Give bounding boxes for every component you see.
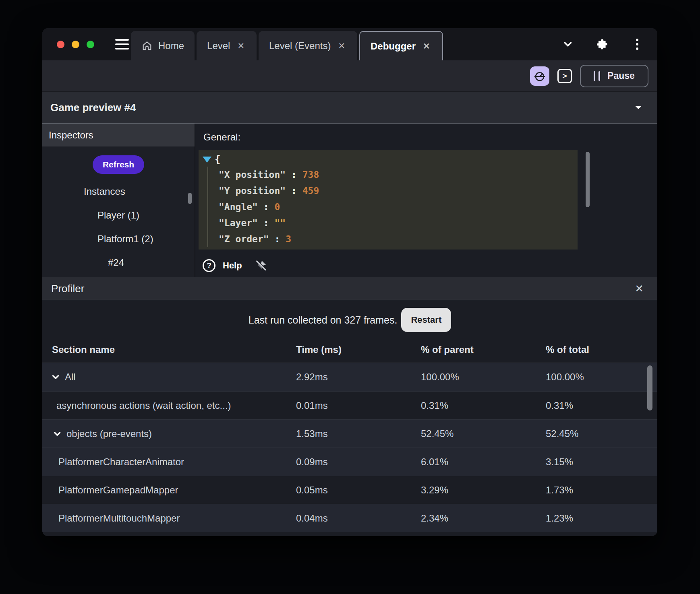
tab-home[interactable]: Home <box>131 31 195 60</box>
inspector-item-24[interactable]: #24 <box>42 251 195 274</box>
console-button[interactable]: > <box>557 69 572 83</box>
inspector-item-player-1[interactable]: Player (1) <box>42 203 195 227</box>
section-name-label: PlatformerMultitouchMapper <box>58 513 180 524</box>
json-open-brace: { <box>215 154 220 165</box>
minimize-window-button[interactable] <box>72 41 79 48</box>
profiler-panel-header: Profiler ✕ <box>42 277 657 300</box>
section-name-cell: PlatformerCharacterAnimator <box>42 456 296 468</box>
percent-of-total-cell: 100.00% <box>546 371 657 383</box>
game-preview-title: Game preview #4 <box>50 101 136 114</box>
pause-icon <box>594 71 600 81</box>
section-name-cell: objects (pre-events) <box>42 428 296 439</box>
debugger-main-area: Inspectors Refresh InstancesPlayer (1)Pl… <box>42 124 657 277</box>
inspectors-list-container: Refresh InstancesPlayer (1)Platform1 (2)… <box>42 146 195 277</box>
table-row-all[interactable]: All2.92ms100.00%100.00% <box>42 363 657 391</box>
json-entry-z-order: "Z order" : 3 <box>219 231 578 247</box>
time-cell: 0.05ms <box>296 485 421 496</box>
chevron-down-icon[interactable] <box>50 372 61 382</box>
profiler-table-header: Section nameTime (ms)% of parent% of tot… <box>42 336 657 363</box>
json-key: "X position" <box>219 169 286 180</box>
inspectors-scrollbar[interactable] <box>188 193 192 204</box>
section-name-label: PlatformerGamepadMapper <box>58 485 178 496</box>
percent-of-parent-cell: 3.29% <box>421 485 546 496</box>
unpin-icon[interactable] <box>254 259 268 272</box>
table-row-platformercharacteranimator[interactable]: PlatformerCharacterAnimator0.09ms6.01%3.… <box>42 448 657 476</box>
extensions-puzzle-icon[interactable] <box>594 38 611 51</box>
percent-of-parent-cell: 0.31% <box>421 400 546 411</box>
section-name-label: All <box>65 371 76 383</box>
home-icon <box>141 40 153 52</box>
time-cell: 0.04ms <box>296 513 421 524</box>
percent-of-total-cell: 52.45% <box>546 428 657 439</box>
json-key: "Y position" <box>219 186 286 196</box>
game-preview-header[interactable]: Game preview #4 <box>42 91 657 124</box>
time-cell: 1.53ms <box>296 428 421 439</box>
json-entry-y-position: "Y position" : 459 <box>219 183 578 199</box>
app-window: HomeLevel✕Level (Events)✕Debugger✕ > Pau… <box>42 28 657 536</box>
help-icon[interactable]: ? <box>203 259 215 272</box>
profiler-gauge-button[interactable] <box>530 66 549 86</box>
close-profiler-icon[interactable]: ✕ <box>635 283 644 295</box>
general-scrollbar[interactable] <box>586 152 590 207</box>
refresh-button[interactable]: Refresh <box>93 155 144 174</box>
profiler-table: Section nameTime (ms)% of parent% of tot… <box>42 336 657 532</box>
json-key: "Z order" <box>219 234 269 244</box>
pause-button-label: Pause <box>607 70 635 81</box>
section-name-cell: asynchronous actions (wait action, etc..… <box>42 400 296 411</box>
tab-level[interactable]: Level✕ <box>197 31 257 60</box>
table-row-platformergamepadmapper[interactable]: PlatformerGamepadMapper0.05ms3.29%1.73% <box>42 476 657 504</box>
time-cell: 2.92ms <box>296 371 421 383</box>
percent-of-parent-cell: 100.00% <box>421 371 546 383</box>
table-row-asynchronous-actions-wait-action-etc[interactable]: asynchronous actions (wait action, etc..… <box>42 391 657 419</box>
profiler-scrollbar[interactable] <box>647 365 652 410</box>
pause-button[interactable]: Pause <box>580 65 648 87</box>
restart-button[interactable]: Restart <box>401 308 451 332</box>
close-tab-icon[interactable]: ✕ <box>421 41 432 52</box>
json-separator: : <box>269 234 286 244</box>
json-separator: : <box>286 186 302 196</box>
column-header-of-parent: % of parent <box>421 344 546 355</box>
tab-label: Home <box>158 40 184 52</box>
inspector-item-platform1-2[interactable]: Platform1 (2) <box>42 227 195 251</box>
percent-of-parent-cell: 52.45% <box>421 428 546 439</box>
close-window-button[interactable] <box>57 41 64 48</box>
general-panel: General: { "X position" : 738"Y position… <box>195 124 657 277</box>
close-tab-icon[interactable]: ✕ <box>236 40 246 52</box>
tab-debugger[interactable]: Debugger✕ <box>359 31 443 60</box>
profiler-status-text: Last run collected on 327 frames. <box>249 314 398 326</box>
help-row: ? Help <box>203 259 268 272</box>
inspectors-tree: InstancesPlayer (1)Platform1 (2)#24 <box>42 179 195 274</box>
column-header-of-total: % of total <box>546 344 657 355</box>
json-key: "Layer" <box>219 218 258 228</box>
section-name-label: asynchronous actions (wait action, etc..… <box>56 400 231 411</box>
json-entry-x-position: "X position" : 738 <box>219 167 578 183</box>
inspector-item-instances[interactable]: Instances <box>42 179 195 203</box>
more-options-icon[interactable] <box>629 39 645 50</box>
profiler-body: Last run collected on 327 frames. Restar… <box>42 300 657 536</box>
percent-of-parent-cell: 6.01% <box>421 456 546 468</box>
chevron-down-icon[interactable] <box>52 429 62 439</box>
json-value: 459 <box>302 186 319 196</box>
chevron-down-icon[interactable] <box>560 38 576 50</box>
json-separator: : <box>258 202 275 212</box>
table-row-platformermultitouchmapper[interactable]: PlatformerMultitouchMapper0.04ms2.34%1.2… <box>42 504 657 532</box>
help-label[interactable]: Help <box>223 260 242 271</box>
main-menu-icon[interactable] <box>115 39 129 50</box>
collapse-preview-icon[interactable] <box>633 102 644 113</box>
tab-level-events[interactable]: Level (Events)✕ <box>259 31 357 60</box>
inspectors-title: Inspectors <box>49 130 93 141</box>
section-name-label: objects (pre-events) <box>66 428 152 439</box>
section-name-cell: PlatformerGamepadMapper <box>42 485 296 496</box>
tab-label: Level (Events) <box>269 40 331 52</box>
tab-bar: HomeLevel✕Level (Events)✕Debugger✕ <box>42 28 657 60</box>
tab-strip: HomeLevel✕Level (Events)✕Debugger✕ <box>131 31 443 60</box>
tabbar-right-icons <box>560 28 645 60</box>
inspectors-panel-header: Inspectors <box>42 124 195 146</box>
percent-of-total-cell: 3.15% <box>546 456 657 468</box>
zoom-window-button[interactable] <box>87 41 94 48</box>
table-row-objects-pre-events[interactable]: objects (pre-events)1.53ms52.45%52.45% <box>42 419 657 448</box>
collapse-json-icon[interactable] <box>203 157 211 163</box>
tab-label: Debugger <box>371 41 416 52</box>
close-tab-icon[interactable]: ✕ <box>336 40 347 52</box>
json-value: "" <box>274 218 286 228</box>
